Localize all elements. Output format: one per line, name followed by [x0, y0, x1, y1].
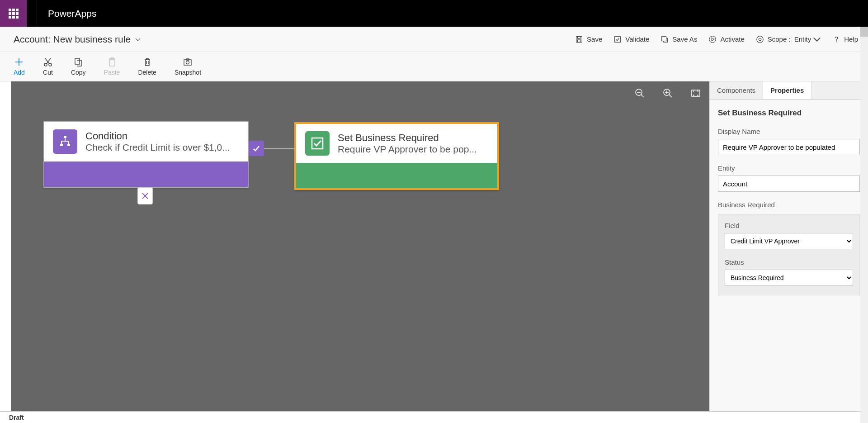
toolbar: Add Cut Copy Paste Delete Snapshot: [0, 52, 868, 81]
delete-label: Delete: [138, 69, 156, 76]
condition-title: Condition: [85, 130, 230, 142]
snapshot-label: Snapshot: [175, 69, 201, 76]
svg-point-6: [757, 36, 763, 42]
svg-rect-22: [67, 144, 70, 146]
add-label: Add: [14, 69, 25, 76]
scope-icon: [756, 35, 764, 43]
scope-label: Scope :: [768, 35, 791, 43]
activate-button[interactable]: Activate: [708, 35, 744, 43]
svg-point-5: [709, 36, 716, 42]
delete-icon: [142, 57, 152, 67]
save-as-icon: [660, 35, 669, 43]
status-label: Status: [725, 258, 853, 266]
entity-label: Entity: [718, 164, 860, 172]
waffle-icon: [9, 9, 19, 19]
svg-rect-0: [576, 36, 582, 42]
svg-rect-20: [64, 136, 66, 138]
page-title: Account: New business rule: [14, 34, 131, 45]
condition-icon: [53, 129, 77, 154]
svg-point-7: [759, 38, 761, 40]
action-subtitle: Require VP Approver to be pop...: [338, 144, 477, 155]
cut-button[interactable]: Cut: [43, 57, 53, 76]
action-title: Set Business Required: [338, 132, 477, 144]
copy-icon: [73, 57, 83, 67]
entity-input[interactable]: [718, 176, 860, 192]
svg-rect-2: [577, 39, 580, 42]
save-button[interactable]: Save: [575, 35, 602, 43]
svg-rect-14: [184, 60, 191, 65]
zoom-out-button[interactable]: [634, 88, 645, 99]
field-select[interactable]: Credit Limit VP Approver: [725, 233, 853, 249]
connector-check-icon: [249, 141, 264, 156]
tab-components[interactable]: Components: [710, 81, 763, 99]
action-icon: [305, 131, 330, 156]
svg-rect-3: [615, 36, 621, 42]
condition-subtitle: Check if Credit Limit is over $1,0...: [85, 142, 230, 153]
entity-name: Account:: [14, 34, 51, 44]
field-label: Field: [725, 222, 853, 229]
status-select[interactable]: Business Required: [725, 270, 853, 286]
svg-rect-11: [75, 58, 80, 64]
connector-true: [249, 139, 295, 157]
delete-button[interactable]: Delete: [138, 57, 156, 76]
cut-icon: [43, 57, 53, 67]
fit-screen-button[interactable]: [690, 88, 701, 99]
display-name-input[interactable]: [718, 139, 860, 155]
condition-card[interactable]: Condition Check if Credit Limit is over …: [43, 121, 249, 188]
svg-rect-1: [577, 36, 580, 38]
snapshot-button[interactable]: Snapshot: [175, 57, 201, 76]
svg-rect-23: [312, 138, 323, 149]
help-label: Help: [844, 35, 858, 43]
app-launcher-button[interactable]: [0, 0, 27, 27]
help-icon: [832, 35, 840, 43]
condition-footer: [44, 162, 248, 187]
svg-rect-4: [662, 36, 666, 41]
snapshot-icon: [183, 57, 193, 67]
zoom-in-button[interactable]: [662, 88, 673, 99]
validate-icon: [613, 35, 622, 43]
app-name: PowerApps: [37, 8, 96, 19]
svg-rect-21: [60, 144, 63, 146]
tab-properties[interactable]: Properties: [763, 81, 811, 99]
svg-rect-19: [692, 90, 700, 96]
scope-selector[interactable]: Scope : Entity: [756, 35, 821, 43]
chevron-down-icon: [135, 37, 141, 42]
section-title: Business Required: [718, 201, 860, 209]
action-card[interactable]: Set Business Required Require VP Approve…: [294, 122, 499, 190]
activate-icon: [708, 35, 717, 43]
paste-button: Paste: [104, 57, 120, 76]
scrollbar-track[interactable]: [860, 37, 868, 423]
svg-point-15: [186, 61, 189, 64]
status-bar: Draft: [0, 411, 868, 423]
save-as-button[interactable]: Save As: [660, 35, 697, 43]
rule-title-dropdown[interactable]: Account: New business rule: [14, 34, 141, 45]
rule-name: New business rule: [53, 34, 131, 44]
validate-label: Validate: [625, 35, 649, 43]
svg-point-8: [836, 41, 837, 42]
global-header: PowerApps: [0, 0, 868, 27]
draft-status: Draft: [9, 414, 24, 421]
add-icon: [14, 57, 24, 67]
properties-panel: Components Properties Set Business Requi…: [709, 81, 868, 411]
scope-value: Entity: [794, 35, 811, 43]
help-button[interactable]: Help: [832, 35, 858, 43]
validate-button[interactable]: Validate: [613, 35, 649, 43]
close-icon: [141, 192, 149, 200]
paste-icon: [107, 57, 117, 67]
activate-label: Activate: [720, 35, 744, 43]
connector-false[interactable]: [137, 187, 153, 204]
scrollbar-up[interactable]: [860, 27, 868, 37]
copy-button[interactable]: Copy: [71, 57, 86, 76]
save-as-label: Save As: [672, 35, 697, 43]
save-icon: [575, 35, 583, 43]
cut-label: Cut: [43, 69, 53, 76]
copy-label: Copy: [71, 69, 86, 76]
save-label: Save: [587, 35, 602, 43]
add-button[interactable]: Add: [14, 57, 25, 76]
chevron-down-icon: [813, 35, 821, 43]
title-bar: Account: New business rule Save Validate…: [0, 27, 868, 52]
canvas[interactable]: Condition Check if Credit Limit is over …: [11, 81, 709, 411]
panel-title: Set Business Required: [718, 109, 860, 118]
action-footer: [296, 163, 497, 188]
display-name-label: Display Name: [718, 128, 860, 135]
